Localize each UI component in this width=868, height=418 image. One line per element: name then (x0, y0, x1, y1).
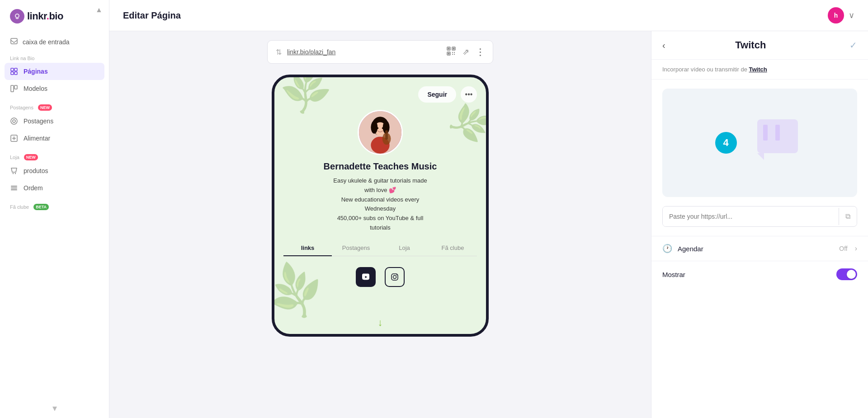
pages-icon (10, 67, 18, 75)
scroll-arrow: ↓ (378, 317, 383, 329)
svg-rect-5 (11, 72, 14, 75)
page-title: Editar Página (123, 10, 181, 21)
svg-rect-15 (11, 188, 17, 188)
instagram-button[interactable] (385, 267, 405, 287)
new-badge-postagens: New (38, 104, 52, 111)
user-menu-chevron[interactable]: ∨ (849, 10, 854, 20)
url-bar-actions: ⇗ ⋮ (446, 46, 485, 58)
svg-point-12 (13, 173, 14, 174)
postagens-icon (10, 117, 18, 125)
scroll-up-button[interactable]: ▲ (94, 5, 104, 15)
qr-code-button[interactable] (446, 46, 456, 58)
sidebar-item-produtos[interactable]: produtos (0, 162, 109, 179)
svg-rect-23 (452, 52, 453, 53)
svg-rect-6 (14, 72, 17, 75)
phone-follow-button[interactable]: Seguir (418, 86, 456, 103)
url-bar: ⇅ linkr.bio/plazi_fan (267, 40, 493, 64)
content-area: ⇅ linkr.bio/plazi_fan (109, 31, 868, 418)
url-link[interactable]: linkr.bio/plazi_fan (287, 48, 441, 56)
section-loja: Loja New (0, 150, 109, 162)
sidebar-item-alimentar[interactable]: Alimentar (0, 130, 109, 147)
svg-rect-20 (453, 48, 455, 50)
section-link-na-bio: Link na Bio (0, 52, 109, 63)
main-content: Editar Página h ∨ ⇅ linkr.bio/plazi_fan (109, 0, 868, 418)
svg-point-10 (13, 120, 15, 122)
url-copy-button[interactable]: ⧉ (839, 208, 857, 225)
logo: linkr.bio (0, 0, 109, 32)
schedule-setting-row[interactable]: 🕐 Agendar Off › (651, 236, 868, 261)
top-bar-right: h ∨ (828, 7, 854, 23)
youtube-button[interactable] (356, 267, 376, 287)
logo-dot: . (47, 10, 49, 22)
step-number: 4 (715, 132, 737, 154)
phone-tabs: links Postagens Loja Fã clube (283, 240, 477, 256)
panel-back-button[interactable]: ‹ (662, 40, 665, 51)
ordem-label: Ordem (24, 184, 43, 192)
models-icon (10, 85, 18, 93)
twitch-logo-icon (750, 115, 805, 171)
svg-rect-8 (14, 85, 17, 89)
url-toggle-icon: ⇅ (276, 48, 282, 56)
svg-rect-25 (452, 54, 453, 55)
tab-fa-clube[interactable]: Fã clube (429, 240, 477, 256)
show-label: Mostrar (662, 271, 831, 278)
alimentar-label: Alimentar (24, 135, 50, 142)
tab-loja[interactable]: Loja (380, 240, 429, 256)
inbox-label: caixa de entrada (23, 38, 70, 46)
tab-postagens[interactable]: Postagens (332, 240, 380, 256)
svg-point-13 (15, 173, 16, 174)
svg-point-30 (371, 121, 377, 134)
sidebar: linkr.bio ▲ caixa de entrada Link na Bio… (0, 0, 109, 418)
sidebar-item-postagens[interactable]: Postagens (0, 113, 109, 130)
panel-header: ‹ Twitch ✓ (651, 31, 868, 60)
svg-rect-18 (448, 48, 450, 50)
svg-point-9 (11, 118, 17, 124)
section-fa-clube: Fã clube Beta (0, 200, 109, 212)
alimentar-icon (10, 134, 18, 142)
phone-profile: Bernadette Teaches Music Easy ukulele & … (283, 110, 477, 287)
twitch-link[interactable]: Twitch (749, 66, 767, 73)
new-badge-loja: New (24, 154, 38, 160)
section-postagens: Postagens New (0, 101, 109, 113)
svg-rect-26 (454, 54, 455, 55)
ordem-icon (10, 184, 18, 192)
url-input-field[interactable] (663, 207, 839, 226)
svg-rect-16 (11, 189, 17, 190)
svg-rect-3 (11, 68, 14, 71)
sidebar-item-pages[interactable]: Páginas (5, 63, 104, 80)
produtos-label: produtos (24, 167, 48, 174)
inbox-icon (10, 37, 18, 47)
phone-header: Seguir ••• (283, 86, 477, 103)
more-options-button[interactable]: ⋮ (476, 47, 485, 57)
schedule-value: Off (839, 245, 847, 252)
panel-check-icon: ✓ (849, 40, 857, 51)
show-toggle[interactable] (836, 268, 857, 280)
avatar (358, 110, 403, 155)
tab-links[interactable]: links (283, 240, 332, 256)
logo-icon (10, 9, 24, 23)
copy-icon: ⧉ (845, 212, 850, 220)
url-input-row: ⧉ (662, 206, 857, 227)
svg-point-1 (16, 14, 19, 17)
scroll-down-button[interactable]: ▾ (52, 403, 57, 413)
svg-point-39 (396, 274, 397, 275)
profile-name: Bernadette Teaches Music (324, 161, 437, 172)
sidebar-item-models[interactable]: Modelos (0, 80, 109, 97)
phone-social-icons (356, 267, 405, 287)
phone-mockup: 🌿 🌿 🌿 Seguir ••• (272, 75, 489, 337)
beta-badge: Beta (33, 204, 49, 210)
sidebar-item-ordem[interactable]: Ordem (0, 179, 109, 197)
sidebar-item-inbox[interactable]: caixa de entrada (0, 32, 109, 52)
svg-rect-42 (775, 125, 780, 141)
schedule-label: Agendar (678, 245, 834, 253)
svg-point-38 (393, 275, 396, 278)
schedule-icon: 🕐 (662, 244, 672, 254)
preview-area: ⇅ linkr.bio/plazi_fan (109, 31, 651, 418)
more-dots-icon: ••• (465, 90, 473, 99)
svg-rect-14 (11, 186, 17, 187)
share-button[interactable]: ⇗ (462, 47, 469, 57)
svg-rect-34 (385, 130, 388, 140)
phone-more-button[interactable]: ••• (461, 86, 477, 103)
svg-rect-24 (454, 52, 455, 53)
user-avatar-button[interactable]: h (828, 7, 844, 23)
